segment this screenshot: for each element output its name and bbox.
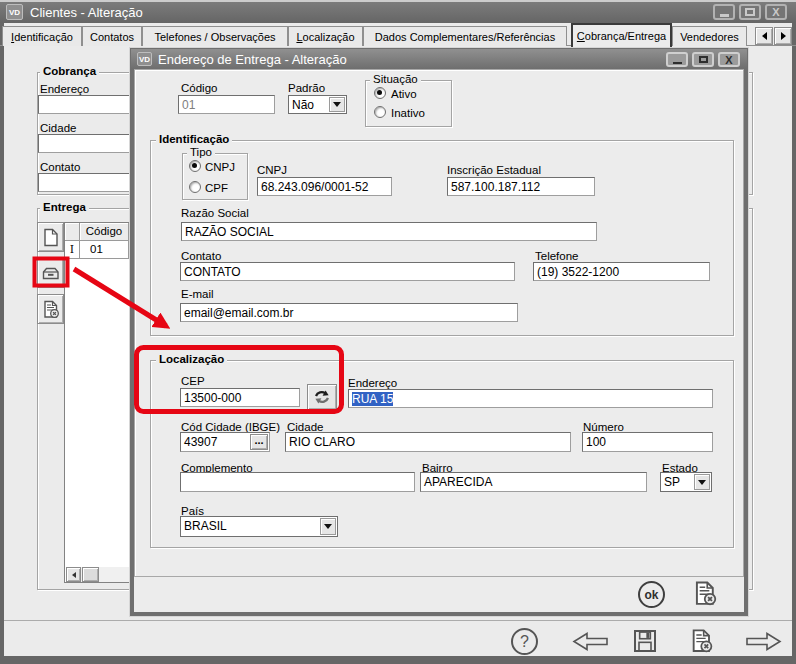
- dialog-title: Endereço de Entrega - Alteração: [158, 52, 347, 67]
- contato-input[interactable]: CONTATO: [180, 262, 515, 281]
- close-icon: X: [772, 7, 779, 17]
- tab-localizacao[interactable]: Localização: [288, 26, 363, 46]
- selected-text: RUA 15: [352, 392, 393, 406]
- entrega-new-button[interactable]: [37, 222, 64, 252]
- cobranca-group-label: Cobrança: [40, 65, 99, 78]
- dropdown-button[interactable]: [329, 97, 345, 112]
- close-icon: X: [725, 55, 732, 65]
- ibeam-cursor-icon: I: [65, 241, 80, 259]
- tab-telefones-observacoes[interactable]: Telefones / Observações: [142, 26, 288, 46]
- razao-social-input[interactable]: RAZÃO SOCIAL: [181, 222, 597, 241]
- dialog-body: Código 01 Padrão Não Situação Ativo Inat…: [134, 69, 744, 612]
- dialog-cancel-button[interactable]: [690, 579, 719, 608]
- dropdown-arrow-icon: [324, 524, 332, 529]
- help-button[interactable]: ?: [511, 628, 538, 655]
- numero-input[interactable]: 100: [582, 432, 713, 452]
- screen: { "app": {"title": "Clientes - Alteração…: [0, 0, 796, 664]
- bairro-input[interactable]: APARECIDA: [420, 472, 647, 492]
- inscricao-estadual-input[interactable]: 587.100.187.112: [447, 177, 595, 196]
- radio-cpf-label: CPF: [205, 182, 228, 195]
- radio-ativo[interactable]: [374, 87, 386, 99]
- telefone-input[interactable]: (19) 3522-1200: [533, 262, 710, 281]
- hscroll-thumb[interactable]: [82, 567, 99, 582]
- dialog-logo-icon: VD: [137, 52, 152, 66]
- inscricao-estadual-label: Inscrição Estadual: [447, 164, 541, 177]
- pais-combobox[interactable]: BRASIL: [180, 516, 338, 537]
- dialog-endereco-entrega: VD Endereço de Entrega - Alteração X Cód…: [130, 48, 748, 616]
- forward-button[interactable]: [744, 631, 783, 652]
- forward-arrow-icon: [744, 631, 783, 652]
- help-icon: ?: [520, 633, 529, 651]
- razao-social-label: Razão Social: [181, 207, 249, 220]
- window-title: Clientes - Alteração: [30, 5, 143, 20]
- dropdown-arrow-icon: [698, 480, 706, 485]
- grid-header-codigo: Código: [80, 223, 129, 241]
- new-doc-icon: [40, 227, 61, 248]
- ellipsis-icon: ...: [254, 434, 263, 446]
- tipo-group-label: Tipo: [187, 146, 215, 159]
- entrega-cancel-button[interactable]: [37, 294, 64, 324]
- left-scroll-icon: [762, 32, 767, 40]
- padrao-combobox[interactable]: Não: [288, 95, 347, 114]
- email-input[interactable]: email@email.com.br: [180, 303, 518, 322]
- tab-contatos[interactable]: Contatos: [82, 26, 142, 46]
- codigo-label: Código: [181, 82, 217, 95]
- radio-cpf[interactable]: [189, 181, 201, 193]
- entrega-group-label: Entrega: [40, 201, 89, 214]
- cep-input[interactable]: 13500-000: [180, 388, 300, 407]
- localizacao-group-label: Localização: [156, 353, 227, 366]
- open-tray-icon: [40, 263, 61, 284]
- maximize-icon: [699, 56, 708, 63]
- cep-search-button[interactable]: [307, 384, 337, 410]
- endereco-input[interactable]: RUA 15: [348, 389, 713, 408]
- tab-dados-complementares[interactable]: Dados Complementares/Referências: [363, 26, 567, 46]
- save-button[interactable]: [631, 627, 659, 655]
- identificacao-group-label: Identificação: [156, 133, 232, 146]
- dialog-maximize-button[interactable]: [692, 52, 714, 67]
- window-border-left: [0, 23, 4, 656]
- minimize-button[interactable]: [713, 4, 735, 20]
- minimize-icon: [673, 62, 682, 64]
- tab-scroll-right-button[interactable]: [774, 27, 792, 45]
- estado-combobox[interactable]: SP: [660, 472, 712, 492]
- dropdown-arrow-icon: [333, 102, 341, 107]
- cancel-doc-icon: [40, 299, 61, 320]
- cidade-input[interactable]: RIO CLARO: [285, 432, 571, 452]
- maximize-icon: [745, 8, 755, 16]
- tab-scroll-left-button[interactable]: [755, 27, 773, 45]
- grid-cell-codigo[interactable]: 01: [80, 241, 129, 259]
- grid-header-indicator: [65, 223, 80, 241]
- ok-button[interactable]: ok: [638, 581, 665, 608]
- right-scroll-icon: [781, 32, 786, 40]
- tab-vendedores[interactable]: Vendedores: [672, 26, 747, 46]
- hscroll-left-button[interactable]: [66, 567, 81, 582]
- ok-icon: ok: [644, 588, 658, 602]
- maximize-button[interactable]: [739, 4, 761, 20]
- tab-identificacao[interactable]: Identificação: [2, 26, 82, 46]
- dialog-minimize-button[interactable]: [666, 52, 688, 67]
- radio-inativo[interactable]: [374, 106, 386, 118]
- complemento-input[interactable]: [180, 472, 415, 492]
- dropdown-button[interactable]: [320, 518, 336, 535]
- dropdown-button[interactable]: [694, 474, 710, 490]
- main-titlebar: VD Clientes - Alteração X: [0, 2, 796, 23]
- minimize-icon: [720, 14, 729, 17]
- back-button[interactable]: [571, 631, 610, 652]
- left-scroll-icon: [72, 572, 76, 578]
- entrega-open-button[interactable]: [37, 258, 64, 288]
- window-border-bottom: [0, 656, 796, 664]
- codigo-input[interactable]: 01: [178, 95, 275, 114]
- dialog-close-button[interactable]: X: [718, 52, 740, 67]
- close-button[interactable]: X: [765, 4, 787, 20]
- cod-cidade-lookup-button[interactable]: ...: [250, 434, 268, 450]
- tab-cobranca-entrega[interactable]: Cobrança/Entrega: [571, 23, 672, 47]
- window-border-right: [792, 23, 796, 656]
- cancel-doc-icon: [687, 627, 715, 655]
- cnpj-input[interactable]: 68.243.096/0001-52: [257, 177, 392, 196]
- situacao-group-label: Situação: [370, 73, 421, 86]
- radio-cnpj[interactable]: [189, 160, 201, 172]
- dialog-titlebar: VD Endereço de Entrega - Alteração X: [131, 49, 747, 69]
- cancel-doc-icon: [690, 579, 719, 608]
- cancel-button[interactable]: [687, 627, 715, 655]
- padrao-label: Padrão: [288, 82, 325, 95]
